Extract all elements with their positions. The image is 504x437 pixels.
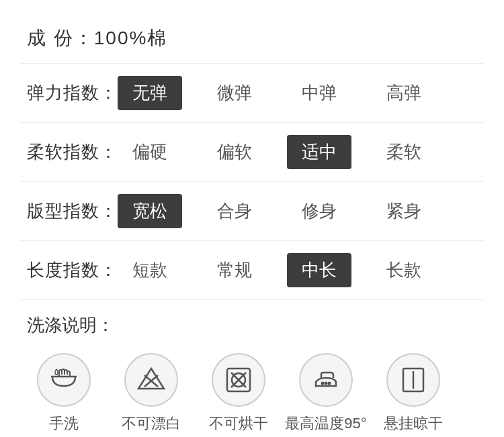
option-fit-合身[interactable]: 合身 (202, 194, 267, 228)
wash-icon-hang-dry: 悬挂晾干 (376, 353, 450, 434)
max-temp-label: 最高温度95° (285, 414, 366, 434)
index-label-elasticity: 弹力指数： (27, 81, 118, 105)
wash-icon-no-bleach: 不可漂白 (114, 353, 188, 434)
index-label-length: 长度指数： (27, 258, 118, 282)
wash-section: 洗涤说明： 手洗 (20, 300, 484, 437)
option-softness-偏硬[interactable]: 偏硬 (118, 135, 182, 169)
composition-label: 成 份： (27, 28, 94, 48)
option-elasticity-无弹[interactable]: 无弹 (118, 76, 182, 110)
hang-dry-label: 悬挂晾干 (384, 414, 443, 434)
max-temp-icon-circle (299, 353, 353, 407)
hand-wash-label: 手洗 (49, 414, 79, 434)
option-softness-柔软[interactable]: 柔软 (372, 135, 436, 169)
index-row-elasticity: 弹力指数：无弹微弹中弹高弹 (20, 64, 484, 123)
no-bleach-icon-circle (124, 353, 178, 407)
svg-point-9 (325, 383, 327, 385)
index-row-fit: 版型指数：宽松合身修身紧身 (20, 182, 484, 241)
hand-wash-svg (47, 363, 81, 397)
option-length-常规[interactable]: 常规 (202, 253, 267, 287)
option-fit-紧身[interactable]: 紧身 (372, 194, 436, 228)
wash-title: 洗涤说明： (27, 313, 484, 337)
index-label-fit: 版型指数： (27, 199, 118, 223)
option-fit-宽松[interactable]: 宽松 (118, 194, 182, 228)
no-bleach-label: 不可漂白 (122, 414, 181, 434)
no-dry-svg (222, 363, 255, 397)
option-elasticity-微弹[interactable]: 微弹 (202, 76, 267, 110)
index-options-elasticity: 无弹微弹中弹高弹 (118, 76, 436, 110)
option-length-长款[interactable]: 长款 (372, 253, 436, 287)
no-bleach-svg (134, 363, 168, 397)
hang-dry-icon-circle (386, 353, 440, 407)
svg-point-10 (329, 383, 331, 385)
svg-marker-1 (138, 369, 164, 389)
wash-icon-no-dry: 不可烘干 (202, 353, 276, 434)
index-row-length: 长度指数：短款常规中长长款 (20, 241, 484, 300)
composition-value: 100%棉 (94, 28, 168, 48)
hang-dry-svg (396, 363, 430, 397)
hand-wash-icon-circle (37, 353, 91, 407)
index-label-softness: 柔软指数： (27, 140, 118, 164)
no-dry-icon-circle (212, 353, 265, 407)
wash-icons: 手洗 不可漂白 (27, 353, 484, 434)
wash-icon-max-temp: 最高温度95° (289, 353, 363, 434)
option-length-中长[interactable]: 中长 (287, 253, 351, 287)
index-options-length: 短款常规中长长款 (118, 253, 436, 287)
index-options-softness: 偏硬偏软适中柔软 (118, 135, 436, 169)
no-dry-label: 不可烘干 (209, 414, 268, 434)
option-fit-修身[interactable]: 修身 (287, 194, 351, 228)
composition-row: 成 份：100%棉 (20, 13, 484, 64)
option-elasticity-高弹[interactable]: 高弹 (372, 76, 436, 110)
index-row-softness: 柔软指数：偏硬偏软适中柔软 (20, 123, 484, 182)
svg-point-8 (322, 383, 324, 385)
option-elasticity-中弹[interactable]: 中弹 (287, 76, 351, 110)
option-softness-适中[interactable]: 适中 (287, 135, 351, 169)
index-options-fit: 宽松合身修身紧身 (118, 194, 436, 228)
wash-icon-hand-wash: 手洗 (27, 353, 101, 434)
option-length-短款[interactable]: 短款 (118, 253, 182, 287)
option-softness-偏软[interactable]: 偏软 (202, 135, 267, 169)
max-temp-svg (309, 363, 343, 397)
